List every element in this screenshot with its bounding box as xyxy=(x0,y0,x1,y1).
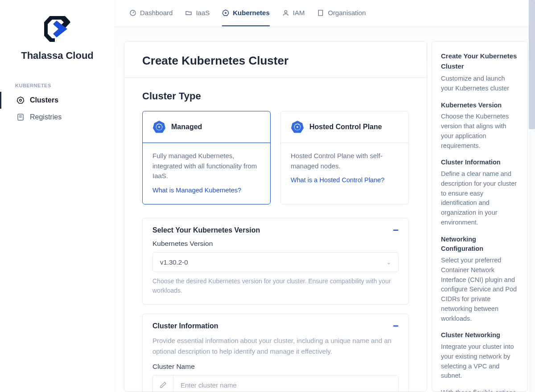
help-title: Create Your Kubernetes Cluster xyxy=(441,51,519,71)
type-card-head: Managed xyxy=(143,111,270,143)
page-title: Create Kubernetes Cluster xyxy=(142,54,409,68)
help-sub: Cluster Networking xyxy=(441,331,519,340)
svg-rect-13 xyxy=(319,10,323,16)
sidebar: Thalassa Cloud KUBERNETES Clusters Regis… xyxy=(0,0,115,392)
cluster-icon xyxy=(16,96,25,104)
sidebar-item-label: Clusters xyxy=(30,96,58,104)
type-title: Hosted Control Plane xyxy=(309,123,382,131)
cluster-type-managed[interactable]: Managed Fully managed Kubernetes, integr… xyxy=(142,111,271,204)
dashboard-icon xyxy=(129,9,136,16)
kubernetes-icon xyxy=(222,9,229,16)
registry-icon xyxy=(16,113,25,121)
brand-name: Thalassa Cloud xyxy=(9,50,106,61)
help-footer: With these flexible options, you can tai… xyxy=(441,388,519,392)
version-panel-body: Kubernetes Version v1.30.2-0 ⌄ Choose th… xyxy=(143,240,408,304)
version-field-label: Kubernetes Version xyxy=(152,240,399,248)
help-intro: Customize and launch your Kubernetes clu… xyxy=(441,74,519,94)
scrollbar-thumb[interactable] xyxy=(529,0,535,129)
tab-dashboard[interactable]: Dashboard xyxy=(129,0,173,26)
tab-organisation[interactable]: Organisation xyxy=(317,0,366,26)
folder-icon xyxy=(185,9,192,16)
pencil-icon xyxy=(153,376,173,392)
tab-label: Organisation xyxy=(328,9,366,16)
help-text: Integrate your cluster into your existin… xyxy=(441,342,519,381)
svg-marker-4 xyxy=(17,97,24,103)
help-sub: Networking Configuration xyxy=(441,235,519,254)
type-body: Hosted Control Plane with self-managed n… xyxy=(281,143,408,194)
sidebar-group-label: KUBERNETES xyxy=(0,79,115,92)
tab-label: IaaS xyxy=(196,9,210,16)
cluster-name-input[interactable] xyxy=(173,376,398,392)
version-helper: Choose the desired Kubernetes version fo… xyxy=(152,277,399,295)
collapse-icon: − xyxy=(393,225,399,235)
tab-iam[interactable]: IAM xyxy=(282,0,305,26)
cluster-info-panel: Cluster Information − Provide essential … xyxy=(142,314,409,392)
type-help-link[interactable]: What is a Hosted Control Plane? xyxy=(291,176,399,185)
svg-point-5 xyxy=(20,99,22,102)
tab-label: Kubernetes xyxy=(233,9,270,16)
cluster-name-label: Cluster Name xyxy=(152,363,399,371)
collapse-icon: − xyxy=(393,321,399,331)
type-help-link[interactable]: What is Managed Kubernetes? xyxy=(152,186,260,196)
sidebar-item-clusters[interactable]: Clusters xyxy=(0,92,115,109)
tab-iaas[interactable]: IaaS xyxy=(185,0,210,26)
svg-point-12 xyxy=(284,10,287,12)
card-header: Create Kubernetes Cluster xyxy=(124,41,427,78)
logo-area: Thalassa Cloud xyxy=(0,16,115,79)
version-select[interactable]: v1.30.2-0 ⌄ xyxy=(152,252,399,272)
tab-label: IAM xyxy=(293,9,305,16)
sidebar-item-registries[interactable]: Registries xyxy=(0,109,115,126)
cluster-name-input-group xyxy=(152,375,399,392)
cluster-type-heading: Cluster Type xyxy=(142,90,409,102)
info-panel-body: Provide essential information about your… xyxy=(143,335,408,392)
version-panel: Select Your Kubernetes Version − Kuberne… xyxy=(142,218,409,305)
help-panel: Create Your Kubernetes Cluster Customize… xyxy=(432,41,528,392)
version-panel-head[interactable]: Select Your Kubernetes Version − xyxy=(143,218,408,240)
card-body: Cluster Type Managed Fully managed Kuber… xyxy=(124,78,427,392)
tab-label: Dashboard xyxy=(140,9,173,16)
scrollbar[interactable] xyxy=(529,0,535,392)
cluster-type-grid: Managed Fully managed Kubernetes, integr… xyxy=(142,111,409,204)
version-selected-value: v1.30.2-0 xyxy=(160,258,188,266)
kubernetes-badge-icon xyxy=(152,120,166,134)
kubernetes-badge-icon xyxy=(291,120,304,134)
main-area: Dashboard IaaS Kubernetes IAM Organisati… xyxy=(115,0,535,392)
tab-kubernetes[interactable]: Kubernetes xyxy=(222,0,270,26)
building-icon xyxy=(317,9,324,16)
type-title: Managed xyxy=(171,123,202,131)
info-panel-head[interactable]: Cluster Information − xyxy=(143,314,408,335)
svg-point-25 xyxy=(296,126,298,128)
sidebar-item-label: Registries xyxy=(30,113,62,121)
type-desc: Fully managed Kubernetes, integrated wit… xyxy=(152,151,260,181)
type-body: Fully managed Kubernetes, integrated wit… xyxy=(143,143,270,204)
panel-title: Select Your Kubernetes Version xyxy=(152,226,260,234)
help-sub: Kubernetes Version xyxy=(441,101,519,110)
help-text: Define a clear name and description for … xyxy=(441,169,519,228)
type-card-head: Hosted Control Plane xyxy=(281,111,408,143)
main-card: Create Kubernetes Cluster Cluster Type M… xyxy=(124,41,427,392)
svg-marker-10 xyxy=(223,10,229,16)
type-desc: Hosted Control Plane with self-managed n… xyxy=(291,151,399,171)
svg-point-21 xyxy=(158,126,160,128)
user-icon xyxy=(282,9,289,16)
chevron-down-icon: ⌄ xyxy=(387,259,391,265)
cluster-type-hosted[interactable]: Hosted Control Plane Hosted Control Plan… xyxy=(280,111,409,204)
content-row: Create Kubernetes Cluster Cluster Type M… xyxy=(115,27,535,392)
help-sub: Cluster Information xyxy=(441,158,519,167)
topnav: Dashboard IaaS Kubernetes IAM Organisati… xyxy=(115,0,535,27)
info-subtext: Provide essential information about your… xyxy=(152,335,399,356)
help-text: Choose the Kubernetes version that align… xyxy=(441,112,519,151)
help-text: Select your preferred Container Network … xyxy=(441,256,519,323)
brand-logo-icon xyxy=(40,16,75,44)
panel-title: Cluster Information xyxy=(152,322,218,330)
svg-point-11 xyxy=(225,12,226,13)
